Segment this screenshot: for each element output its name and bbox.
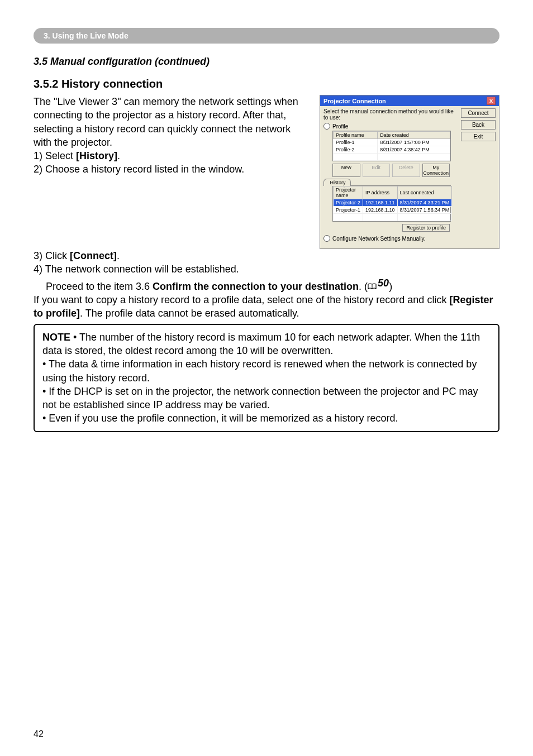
radio-profile-label: Profile: [332, 123, 348, 130]
edit-button: Edit: [363, 164, 391, 177]
cell: Projector-2: [334, 199, 363, 207]
step-4-line2-prefix: Proceed to the item 3.6: [46, 281, 153, 292]
dialog-side-buttons: Connect Back Exit: [461, 108, 496, 243]
back-button[interactable]: Back: [461, 120, 496, 130]
step-1-bold: [History]: [76, 150, 117, 161]
profile-col-name: Profile name: [334, 132, 378, 139]
step-1-prefix: 1) Select: [34, 150, 76, 161]
connect-button[interactable]: Connect: [461, 108, 496, 118]
history-list[interactable]: Projector name IP address Last connected…: [332, 185, 451, 222]
note-4: • Even if you use the profile connection…: [42, 413, 398, 424]
radio-profile[interactable]: Profile: [323, 123, 456, 130]
register-to-profile-button[interactable]: Register to profile: [402, 224, 450, 232]
step-3: 3) Click [Connect].: [34, 249, 499, 262]
dialog-screenshot: Projector Connection x Select the manual…: [320, 95, 499, 249]
copy-para-prefix: If you want to copy a history record to …: [34, 294, 449, 305]
subsection-heading: 3.5.2 History connection: [34, 78, 499, 90]
cell: 8/31/2007 1:57:00 PM: [378, 139, 450, 146]
radio-icon: [323, 123, 330, 130]
step-1-suffix: .: [117, 150, 120, 161]
cell: Profile-2: [334, 146, 378, 154]
dialog-title: Projector Connection: [323, 98, 386, 104]
step-4-line2-suffix1: . (: [359, 281, 368, 292]
breadcrumb: 3. Using the Live Mode: [34, 28, 499, 44]
table-row[interactable]: Profile-1 8/31/2007 1:57:00 PM: [334, 139, 450, 146]
step-3-bold: [Connect]: [70, 250, 117, 261]
profile-list[interactable]: Profile name Date created Profile-1 8/31…: [332, 131, 451, 161]
note-1: • The number of the history record is ma…: [42, 332, 480, 356]
step-3-suffix: .: [117, 250, 120, 261]
copy-paragraph: If you want to copy a history record to …: [34, 293, 499, 320]
delete-button: Delete: [392, 164, 420, 177]
cell: 8/31/2007 1:56:34 PM: [397, 207, 452, 214]
table-row[interactable]: Profile-2 8/31/2007 4:38:42 PM: [334, 146, 450, 154]
book-reference: 50: [368, 276, 389, 290]
history-col-last: Last connected: [397, 186, 452, 199]
step-4-line2-bold: Confirm the connection to your destinati…: [153, 281, 359, 292]
copy-para-suffix: . The profile data cannot be erased auto…: [80, 308, 299, 319]
step-3-prefix: 3) Click: [34, 250, 70, 261]
step-4-line2-suffix2: ): [389, 281, 392, 292]
step-2: 2) Choose a history record listed in the…: [34, 162, 308, 176]
cell: 8/31/2007 4:33:21 PM: [397, 199, 452, 207]
history-col-name: Projector name: [334, 186, 363, 199]
profile-col-date: Date created: [378, 132, 450, 139]
book-icon: [368, 280, 377, 286]
cell: 192.168.1.10: [363, 207, 398, 214]
cell: 8/31/2007 4:38:42 PM: [378, 146, 450, 154]
close-icon[interactable]: x: [487, 97, 496, 105]
cell: 192.168.1.11: [363, 199, 398, 207]
radio-icon: [323, 235, 330, 242]
page-number: 42: [34, 729, 44, 739]
intro-paragraph: The "Live Viewer 3" can memory the netwo…: [34, 95, 308, 149]
cell: Profile-1: [334, 139, 378, 146]
step-1: 1) Select [History].: [34, 149, 308, 162]
dialog-instruction: Select the manual connection method you …: [323, 108, 456, 121]
my-connection-button[interactable]: My Connection: [422, 164, 450, 177]
step-4: 4) The network connection will be establ…: [34, 262, 499, 293]
note-box: NOTE • The number of the history record …: [34, 324, 499, 432]
radio-configure-label: Configure Network Settings Manually.: [332, 236, 426, 242]
cell: Projector-1: [334, 207, 363, 214]
book-ref-number: 50: [378, 277, 389, 289]
table-row[interactable]: Projector-1 192.168.1.10 8/31/2007 1:56:…: [334, 207, 452, 214]
note-2: • The data & time information in each hi…: [42, 358, 477, 383]
radio-history-tab[interactable]: History: [323, 179, 351, 186]
radio-configure-manually[interactable]: Configure Network Settings Manually.: [323, 235, 456, 242]
new-button[interactable]: New: [332, 164, 360, 177]
exit-button[interactable]: Exit: [461, 132, 496, 141]
radio-history-label: History: [330, 180, 346, 185]
note-3: • If the DHCP is set on in the projector…: [42, 386, 478, 410]
history-col-ip: IP address: [363, 186, 398, 199]
step-4-line1: 4) The network connection will be establ…: [34, 264, 239, 275]
dialog-titlebar: Projector Connection x: [320, 95, 499, 106]
section-heading: 3.5 Manual configuration (continued): [34, 56, 499, 68]
note-label: NOTE: [42, 332, 70, 343]
profile-buttons: New Edit Delete My Connection: [332, 164, 450, 177]
table-row[interactable]: Projector-2 192.168.1.11 8/31/2007 4:33:…: [334, 199, 452, 207]
